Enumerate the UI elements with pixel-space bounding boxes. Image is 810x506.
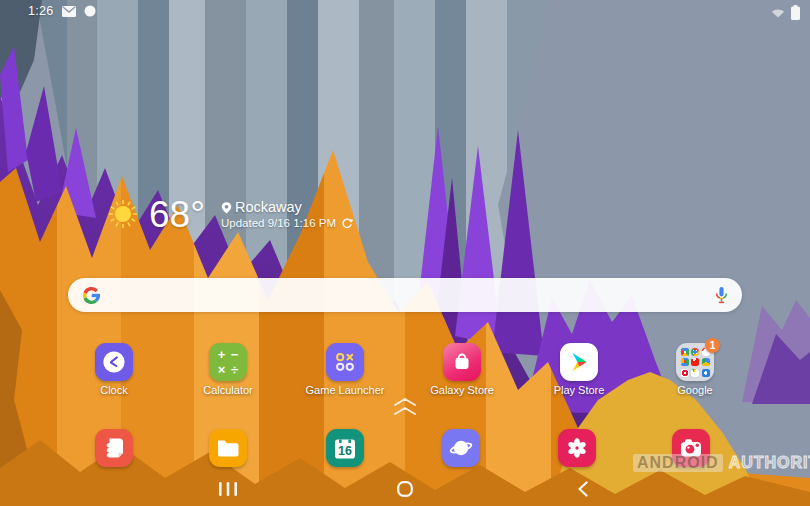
samsung-internet-app-icon [442, 429, 480, 467]
app-label-calculator: Calculator [173, 384, 283, 396]
divide-glyph: ÷ [231, 363, 238, 376]
app-calculator[interactable]: + − × ÷ [209, 343, 247, 381]
email-notification-icon [62, 6, 76, 17]
minus-glyph: − [231, 348, 239, 361]
app-clock[interactable] [95, 343, 133, 381]
folder-google[interactable]: 1 [676, 343, 714, 381]
app-game-launcher[interactable] [326, 343, 364, 381]
drive-mini-icon [702, 358, 710, 366]
chevron-up-icon [394, 398, 416, 406]
chrome-mini-icon [691, 348, 699, 356]
dock-samsung-notes[interactable] [95, 429, 133, 467]
weather-temperature: 68° [149, 196, 205, 233]
app-label-galaxy-store: Galaxy Store [407, 384, 517, 396]
clock-app-icon [95, 343, 133, 381]
google-logo-icon [81, 285, 102, 306]
notification-dot-icon [84, 5, 96, 17]
multiply-glyph: × [218, 363, 226, 376]
battery-icon [791, 5, 800, 20]
watermark-outline-text: AUTHORITY [729, 454, 810, 472]
dock-my-files[interactable] [209, 429, 247, 467]
app-label-google: Google [640, 384, 750, 396]
app-label-game-launcher: Game Launcher [290, 384, 400, 396]
youtube-mini-icon [691, 358, 699, 366]
plus-glyph: + [218, 348, 226, 361]
samsung-notes-app-icon [95, 429, 133, 467]
status-time: 1:26 [28, 4, 54, 18]
home-icon [397, 481, 413, 497]
app-label-play-store: Play Store [524, 384, 634, 396]
gallery-app-icon [558, 429, 596, 467]
dock-calendar[interactable]: 16 [326, 429, 364, 467]
home-button[interactable] [389, 478, 421, 500]
calendar-app-icon: 16 [326, 429, 364, 467]
swipe-up-indicator[interactable] [391, 398, 419, 415]
search-input[interactable] [102, 278, 714, 312]
app-label-clock: Clock [59, 384, 169, 396]
chevron-up-icon [394, 407, 416, 415]
watermark-boxed-text: ANDROID [633, 454, 723, 472]
google-search-bar[interactable] [68, 278, 742, 312]
status-bar[interactable]: 1:26 [0, 0, 810, 24]
maps-mini-icon [681, 358, 689, 366]
play-store-app-icon [560, 343, 598, 381]
duo-mini-icon [702, 369, 710, 377]
my-files-app-icon [209, 429, 247, 467]
location-pin-icon [221, 201, 232, 214]
sun-icon [103, 194, 143, 234]
galaxy-store-app-icon [443, 343, 481, 381]
calendar-day: 16 [326, 429, 364, 467]
dock-samsung-internet[interactable] [442, 429, 480, 467]
back-icon [578, 481, 588, 497]
dock-gallery[interactable] [558, 429, 596, 467]
weather-updated: Updated 9/16 1:16 PM [221, 217, 336, 229]
wifi-icon [771, 7, 785, 18]
home-screen: 1:26 [0, 0, 810, 506]
back-button[interactable] [567, 478, 599, 500]
mic-icon[interactable] [714, 285, 729, 305]
weather-location: Rockaway [235, 199, 302, 215]
refresh-icon[interactable] [341, 217, 353, 229]
play-movies-mini-icon [691, 369, 699, 377]
app-galaxy-store[interactable] [443, 343, 481, 381]
app-play-store[interactable] [560, 343, 598, 381]
calculator-app-icon: + − × ÷ [209, 343, 247, 381]
watermark: ANDROID AUTHORITY [633, 454, 810, 472]
notification-badge: 1 [705, 338, 720, 353]
weather-widget[interactable]: 68° Rockaway Updated 9/16 1:16 PM [103, 194, 353, 234]
google-g-mini-icon [681, 348, 689, 356]
youtube-music-mini-icon [681, 369, 689, 377]
recents-button[interactable] [212, 478, 244, 500]
recents-icon [219, 482, 237, 496]
game-launcher-app-icon [326, 343, 364, 381]
